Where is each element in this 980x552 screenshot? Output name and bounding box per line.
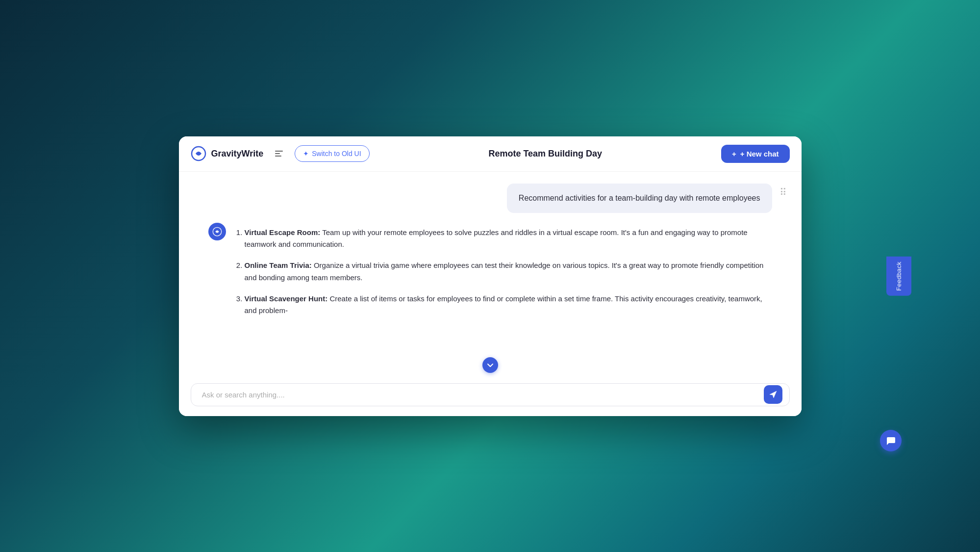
svg-rect-2 bbox=[275, 153, 280, 154]
list-item-body: Organize a virtual trivia game where emp… bbox=[245, 261, 764, 282]
list-item-title: Virtual Scavenger Hunt: bbox=[245, 294, 328, 303]
list-item: Online Team Trivia: Organize a virtual t… bbox=[245, 260, 772, 284]
feedback-tab[interactable]: Feedback bbox=[886, 257, 911, 296]
main-content: ⠿ Recommend activities for a team-buildi… bbox=[179, 172, 802, 416]
gravitywrite-logo-icon bbox=[191, 146, 206, 161]
switch-old-ui-button[interactable]: ✦ Switch to Old UI bbox=[295, 145, 369, 162]
input-area bbox=[179, 376, 802, 416]
list-item-title: Virtual Escape Room: bbox=[245, 228, 321, 237]
app-window: GravityWrite ✦ Switch to Old UI Remote T… bbox=[179, 136, 802, 416]
list-item: Virtual Scavenger Hunt: Create a list of… bbox=[245, 293, 772, 317]
logo-area: GravityWrite bbox=[191, 146, 264, 161]
svg-rect-3 bbox=[275, 156, 281, 157]
list-item-body: Team up with your remote employees to so… bbox=[245, 228, 748, 249]
page-title: Remote Team Building Day bbox=[377, 149, 713, 159]
grid-dots-icon: ⠿ bbox=[779, 186, 787, 198]
ai-avatar bbox=[208, 223, 226, 240]
chat-messages: ⠿ Recommend activities for a team-buildi… bbox=[179, 172, 802, 376]
new-chat-button[interactable]: + + New chat bbox=[721, 145, 790, 163]
scroll-down-button[interactable] bbox=[482, 357, 498, 373]
list-item: Virtual Escape Room: Team up with your r… bbox=[245, 227, 772, 251]
sidebar-toggle-button[interactable] bbox=[271, 146, 287, 161]
sparkle-icon: ✦ bbox=[303, 150, 309, 158]
input-wrapper bbox=[191, 383, 790, 406]
ai-message: Virtual Escape Room: Team up with your r… bbox=[208, 223, 772, 321]
chat-float-button[interactable] bbox=[880, 430, 902, 451]
header: GravityWrite ✦ Switch to Old UI Remote T… bbox=[179, 136, 802, 172]
user-bubble: Recommend activities for a team-building… bbox=[507, 184, 772, 213]
plus-icon: + bbox=[732, 150, 736, 158]
user-message: Recommend activities for a team-building… bbox=[208, 184, 772, 213]
ai-content: Virtual Escape Room: Team up with your r… bbox=[233, 223, 772, 321]
logo-text: GravityWrite bbox=[211, 149, 264, 159]
list-item-title: Online Team Trivia: bbox=[245, 261, 312, 269]
send-button[interactable] bbox=[764, 385, 782, 404]
svg-rect-1 bbox=[275, 151, 283, 152]
chat-input[interactable] bbox=[198, 384, 764, 406]
